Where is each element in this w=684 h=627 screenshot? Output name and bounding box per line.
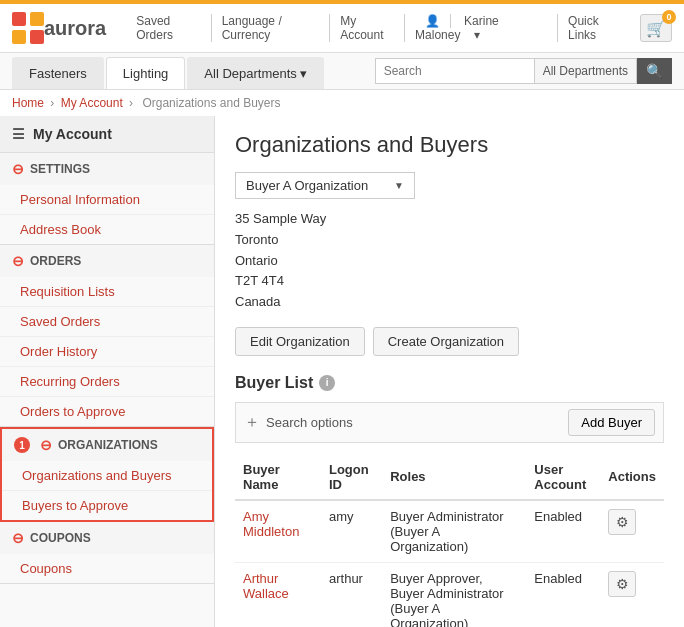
tab-all-departments[interactable]: All Departments ▾ [187, 57, 324, 89]
sidebar-item-personal-information[interactable]: Personal Information [0, 185, 214, 215]
cart-area[interactable]: 🛒 0 [640, 14, 672, 42]
nav-my-account[interactable]: My Account [330, 14, 405, 42]
svg-rect-1 [30, 12, 44, 26]
cart-badge: 0 [662, 10, 676, 24]
logo[interactable]: aurora [12, 12, 106, 44]
page-title: Organizations and Buyers [235, 132, 664, 158]
logon-id-cell: arthur [321, 562, 382, 627]
address-line2: Toronto [235, 230, 664, 251]
roles-cell: Buyer Approver, Buyer Administrator (Buy… [382, 562, 526, 627]
orgs-arrow: ⊖ [40, 437, 52, 453]
header-nav: Saved Orders Language / Currency My Acco… [126, 14, 632, 42]
logo-text: aurora [44, 17, 106, 40]
sidebar-item-order-history[interactable]: Order History [0, 337, 214, 367]
nav-user[interactable]: 👤Karine Maloney ▾ [405, 14, 558, 42]
search-dept[interactable]: All Departments [535, 58, 637, 84]
address-line5: Canada [235, 292, 664, 313]
sidebar-item-recurring-orders[interactable]: Recurring Orders [0, 367, 214, 397]
tab-fasteners[interactable]: Fasteners [12, 57, 104, 89]
info-icon[interactable]: i [319, 375, 335, 391]
action-buttons: Edit Organization Create Organization [235, 327, 664, 356]
sidebar-item-organizations-and-buyers[interactable]: Organizations and Buyers [2, 461, 212, 491]
table-row: Amy Middleton amy Buyer Administrator (B… [235, 500, 664, 563]
sidebar-section-orders: ⊖ ORDERS Requisition Lists Saved Orders … [0, 245, 214, 427]
nav-language-currency[interactable]: Language / Currency [212, 14, 330, 42]
tab-lighting[interactable]: Lighting [106, 57, 186, 89]
nav-quick-links[interactable]: Quick Links [558, 14, 632, 42]
sidebar-item-coupons[interactable]: Coupons [0, 554, 214, 583]
actions-cell: ⚙ [600, 500, 664, 563]
search-options[interactable]: ＋ Search options [244, 412, 353, 433]
buyer-name-link[interactable]: Amy Middleton [243, 509, 299, 539]
table-header-row: Buyer Name Logon ID Roles User Account A… [235, 455, 664, 500]
nav-saved-orders[interactable]: Saved Orders [126, 14, 211, 42]
buyer-name-cell: Amy Middleton [235, 500, 321, 563]
sidebar-title: ☰ My Account [0, 116, 214, 153]
actions-cell: ⚙ [600, 562, 664, 627]
search-options-label: Search options [266, 415, 353, 430]
header: aurora Saved Orders Language / Currency … [0, 4, 684, 53]
buyer-table: Buyer Name Logon ID Roles User Account A… [235, 455, 664, 627]
edit-organization-button[interactable]: Edit Organization [235, 327, 365, 356]
breadcrumb-home[interactable]: Home [12, 96, 44, 110]
buyer-name-link[interactable]: Arthur Wallace [243, 571, 289, 601]
org-address: 35 Sample Way Toronto Ontario T2T 4T4 Ca… [235, 209, 664, 313]
chevron-down-icon: ▼ [394, 180, 404, 191]
buyer-name-cell: Arthur Wallace [235, 562, 321, 627]
sidebar-item-address-book[interactable]: Address Book [0, 215, 214, 244]
content: Organizations and Buyers Buyer A Organiz… [215, 116, 684, 627]
plus-icon: ＋ [244, 412, 260, 433]
sidebar-item-saved-orders[interactable]: Saved Orders [0, 307, 214, 337]
address-line3: Ontario [235, 251, 664, 272]
sidebar-section-organizations: 1 ⊖ ORGANIZATIONS Organizations and Buye… [0, 427, 214, 522]
list-controls: ＋ Search options Add Buyer [235, 402, 664, 443]
user-account-cell: Enabled [526, 562, 600, 627]
sidebar-section-settings: ⊖ SETTINGS Personal Information Address … [0, 153, 214, 245]
buyer-list-title: Buyer List [235, 374, 313, 392]
col-buyer-name: Buyer Name [235, 455, 321, 500]
coupons-arrow: ⊖ [12, 530, 24, 546]
add-buyer-button[interactable]: Add Buyer [568, 409, 655, 436]
breadcrumb-current: Organizations and Buyers [142, 96, 280, 110]
col-roles: Roles [382, 455, 526, 500]
sidebar-section-coupons: ⊖ COUPONS Coupons [0, 522, 214, 584]
roles-cell: Buyer Administrator (Buyer A Organizatio… [382, 500, 526, 563]
table-row: Arthur Wallace arthur Buyer Approver, Bu… [235, 562, 664, 627]
org-dropdown[interactable]: Buyer A Organization ▼ [235, 172, 415, 199]
gear-button[interactable]: ⚙ [608, 509, 636, 535]
main: ☰ My Account ⊖ SETTINGS Personal Informa… [0, 116, 684, 627]
search-button[interactable]: 🔍 [637, 58, 672, 84]
svg-rect-2 [12, 30, 26, 44]
sidebar-settings-header[interactable]: ⊖ SETTINGS [0, 153, 214, 185]
sidebar: ☰ My Account ⊖ SETTINGS Personal Informa… [0, 116, 215, 627]
col-user-account: User Account [526, 455, 600, 500]
sidebar-item-buyers-to-approve[interactable]: Buyers to Approve [2, 491, 212, 520]
tab-bar: Fasteners Lighting All Departments ▾ All… [0, 53, 684, 90]
search-area: All Departments 🔍 [375, 53, 672, 89]
orders-arrow: ⊖ [12, 253, 24, 269]
search-input[interactable] [375, 58, 535, 84]
col-logon-id: Logon ID [321, 455, 382, 500]
buyer-list-header: Buyer List i [235, 374, 664, 392]
sidebar-item-orders-to-approve[interactable]: Orders to Approve [0, 397, 214, 426]
svg-rect-0 [12, 12, 26, 26]
sidebar-item-requisition-lists[interactable]: Requisition Lists [0, 277, 214, 307]
gear-button[interactable]: ⚙ [608, 571, 636, 597]
orgs-badge: 1 [14, 437, 30, 453]
org-selector: Buyer A Organization ▼ [235, 172, 664, 199]
logon-id-cell: amy [321, 500, 382, 563]
address-line1: 35 Sample Way [235, 209, 664, 230]
breadcrumb: Home › My Account › Organizations and Bu… [0, 90, 684, 116]
logo-icon [12, 12, 44, 44]
breadcrumb-my-account[interactable]: My Account [61, 96, 123, 110]
sidebar-coupons-header[interactable]: ⊖ COUPONS [0, 522, 214, 554]
create-organization-button[interactable]: Create Organization [373, 327, 519, 356]
address-line4: T2T 4T4 [235, 271, 664, 292]
user-account-cell: Enabled [526, 500, 600, 563]
svg-rect-3 [30, 30, 44, 44]
org-dropdown-label: Buyer A Organization [246, 178, 368, 193]
sidebar-organizations-header[interactable]: 1 ⊖ ORGANIZATIONS [2, 429, 212, 461]
col-actions: Actions [600, 455, 664, 500]
sidebar-orders-header[interactable]: ⊖ ORDERS [0, 245, 214, 277]
settings-arrow: ⊖ [12, 161, 24, 177]
